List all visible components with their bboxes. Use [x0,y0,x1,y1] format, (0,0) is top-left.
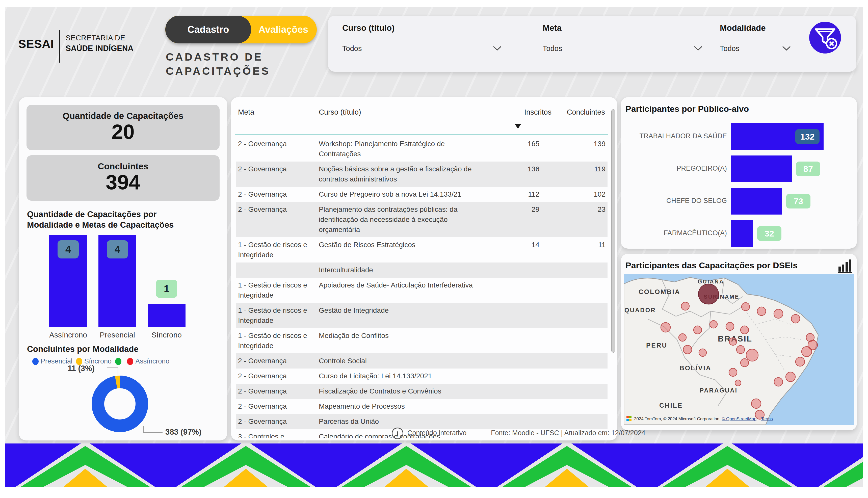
logo-divider [59,30,60,63]
cell-inscritos: 14 [478,237,541,262]
table-row[interactable]: 2 - Governança Noções básicas sobre a ge… [236,161,607,187]
map-bubble[interactable] [735,380,741,386]
table-row[interactable]: 2 - Governança Parcerias da União [236,414,607,429]
table-row[interactable]: 2 - Governança Workshop: Planejamento Es… [236,136,607,161]
kpi-concluintes: Concluintes 394 [26,155,220,201]
map-bubble[interactable] [681,302,689,310]
table-row[interactable]: 1 - Gestão de riscos e Integridade Apoia… [236,278,607,303]
table-row[interactable]: Interculturalidade [236,262,607,278]
cell-meta: 2 - Governança [236,187,317,202]
map-bubble[interactable] [740,359,749,367]
donut-callout-large: 383 (97%) [165,428,201,437]
kpi-capacitacoes-value: 20 [26,121,220,143]
column-header-curso[interactable]: Curso (título) [319,108,361,116]
table-row[interactable]: 2 - Governança Controle Social [236,353,607,368]
map-bubble[interactable] [661,323,670,332]
map-bubble[interactable] [710,320,717,328]
table-scrollbar[interactable] [611,109,615,353]
cell-curso: Gestão de Integridade [317,303,478,328]
table-row[interactable]: 2 - Governança Fiscalização de Contratos… [236,384,607,399]
publico-bar-1[interactable] [731,156,792,182]
column-header-meta[interactable]: Meta [238,108,254,116]
dseis-map[interactable]: COLOMBIAGUIANASURINAMEQUADORPERUBRASILBO… [624,274,854,425]
modalidade-axis-label-0: Assíncrono [44,331,92,339]
cell-concluintes [541,399,607,414]
bar-chart-icon[interactable] [838,258,854,273]
modalidade-axis-label-2: Síncrono [143,331,190,339]
map-bubble[interactable] [698,284,719,304]
map-country-label: COLOMBIA [639,288,681,296]
legend-item[interactable]: Assíncrono [127,357,169,365]
legend-item[interactable] [115,358,123,365]
table-row[interactable]: 2 - Governança Curso de Licitação: Lei 1… [236,368,607,384]
donut-callout-small: 11 (3%) [68,364,95,373]
map-bubble[interactable] [726,322,734,330]
table-body: 2 - Governança Workshop: Planejamento Es… [236,136,607,438]
cell-curso: Curso de Licitação: Lei 14.133/2021 [317,368,478,384]
cell-inscritos [478,262,541,278]
modalidade-badge-0: 4 [57,240,79,259]
map-country-label: GUIANA [698,278,724,285]
cell-inscritos: 136 [478,161,541,187]
map-bubble[interactable] [694,326,702,334]
table-row[interactable]: 1 - Gestão de riscos e Integridade Gestã… [236,303,607,328]
tab-cadastro[interactable]: Cadastro [165,16,251,43]
map-bubble[interactable] [791,315,800,323]
map-bubble[interactable] [774,378,783,386]
publico-axis-label-2: CHEFE DO SELOG [626,197,727,205]
map-bubble[interactable] [736,345,745,354]
map-bubble[interactable] [729,338,737,345]
kpi-concluintes-value: 394 [26,171,220,193]
filter-meta-dropdown[interactable]: Todos [543,44,684,53]
cell-inscritos [478,368,541,384]
map-bubble[interactable] [741,303,750,311]
cell-concluintes: 11 [541,237,607,262]
donut-slice-presencial[interactable] [98,382,142,426]
chevron-down-icon[interactable] [782,45,791,51]
footer-source: Fonte: Moodle - UFSC | Atualizado em: 12… [491,429,645,437]
map-country-label: CHILE [659,402,683,409]
publico-bar-2[interactable] [731,188,782,214]
map-attribution-text: 2024 TomTom, © 2024 Microsoft Corporatio… [634,417,722,421]
tab-avaliacoes[interactable]: Avaliações [250,16,317,43]
modalidade-bar-2[interactable] [148,304,185,327]
table-row[interactable]: 2 - Governança Mapeamento de Processos [236,399,607,414]
cell-meta: 2 - Governança [236,368,317,384]
map-bubble[interactable] [795,357,805,366]
map-bubble[interactable] [774,309,783,318]
modalidade-badge-2: 1 [156,280,177,298]
table-row[interactable]: 2 - Governança Planejamento das contrata… [236,202,607,237]
terms-link[interactable]: Terms [761,417,773,421]
cell-concluintes [541,368,607,384]
table-row[interactable]: 1 - Gestão de riscos e Integridade Media… [236,328,607,353]
cell-curso: Parcerias da União [317,414,478,429]
publico-axis-label-1: PREGOEIRO(A) [626,165,727,172]
map-bubble[interactable] [757,307,766,315]
clear-filters-button[interactable] [809,22,841,53]
publico-bar-3[interactable] [731,220,753,247]
map-bubble[interactable] [699,349,707,356]
column-header-concluintes[interactable]: Concluintes [541,108,605,116]
chevron-down-icon[interactable] [694,45,703,51]
map-bubble[interactable] [786,372,795,382]
map-bubble[interactable] [740,326,749,334]
map-bubble[interactable] [751,399,761,408]
map-bubble[interactable] [746,349,758,361]
cell-curso: Mapeamento de Processos [317,399,478,414]
map-country-label: PARAGUAI [700,387,737,394]
filter-modalidade-dropdown[interactable]: Todos [720,44,780,53]
table-row[interactable]: 2 - Governança Curso de Pregoeiro sob a … [236,187,607,202]
filter-curso-dropdown[interactable]: Todos [342,44,484,53]
map-bubble[interactable] [683,345,692,354]
legend-item[interactable]: Presencial [32,357,73,365]
osm-link[interactable]: © OpenStreetMap [722,417,757,421]
sort-desc-icon[interactable] [515,124,521,129]
map-bubble[interactable] [729,368,737,376]
info-icon[interactable]: i [392,428,403,439]
donut-chart[interactable] [88,372,152,436]
map-bubble[interactable] [679,334,686,341]
map-bubble[interactable] [802,346,812,357]
table-row[interactable]: 1 - Gestão de riscos e Integridade Gestã… [236,237,607,262]
cell-meta: 2 - Governança [236,161,317,187]
chevron-down-icon[interactable] [493,45,502,51]
